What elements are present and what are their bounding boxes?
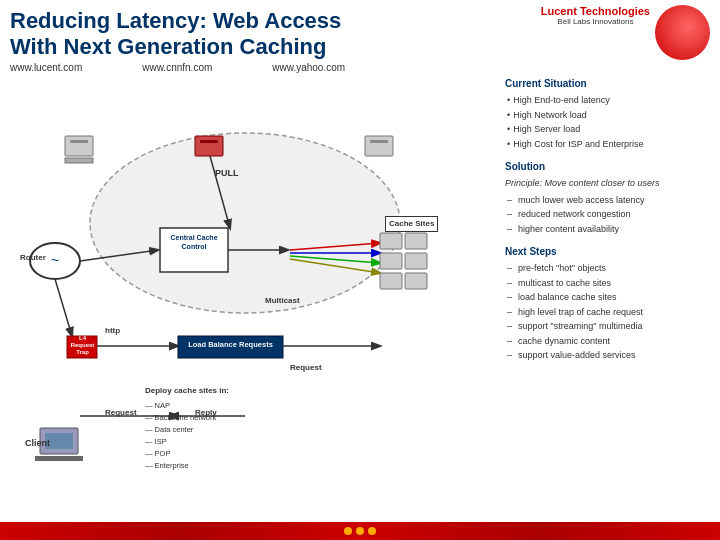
svg-text:~: ~ <box>51 252 59 268</box>
title-line2: With Next Generation Caching <box>10 34 345 60</box>
svg-rect-21 <box>405 273 427 289</box>
http-label: http <box>105 326 120 335</box>
ns-bullet-1: – multicast to cache sites <box>507 277 715 291</box>
solution-title: Solution <box>505 159 715 174</box>
sol-bullet-2: – higher content availability <box>507 223 715 237</box>
deploy-item-4: — POP <box>145 448 229 460</box>
router-label: Router <box>20 253 46 262</box>
deploy-item-3: — ISP <box>145 436 229 448</box>
cache-sites-label: Cache Sites <box>385 216 438 232</box>
bottom-bar <box>0 522 720 540</box>
diagram-area: ~ <box>10 68 490 468</box>
request-bottom-label: Request <box>105 408 137 417</box>
svg-point-0 <box>90 133 400 313</box>
pull-label: PULL <box>215 168 239 178</box>
bottom-dot-2 <box>356 527 364 535</box>
deploy-item-0: — NAP <box>145 400 229 412</box>
svg-line-22 <box>80 250 158 261</box>
current-situation-title: Current Situation <box>505 76 715 91</box>
svg-rect-3 <box>65 158 93 163</box>
bottom-dot-3 <box>368 527 376 535</box>
lucent-logo: Lucent Technologies Bell Labs Innovation… <box>541 5 710 26</box>
svg-rect-7 <box>370 140 388 143</box>
cs-bullet-2: • High Server load <box>507 123 715 137</box>
sol-bullet-1: – reduced network congestion <box>507 208 715 222</box>
svg-line-15 <box>290 259 380 273</box>
current-situation-content: • High End-to-end latency • High Network… <box>505 94 715 151</box>
header: Reducing Latency: Web Access With Next G… <box>10 8 345 73</box>
svg-line-23 <box>55 279 72 336</box>
l4-trap-label: L4 Request Trap <box>68 335 97 357</box>
cs-bullet-1: • High Network load <box>507 109 715 123</box>
svg-rect-4 <box>195 136 223 156</box>
diagram-svg: ~ <box>10 68 490 468</box>
svg-rect-1 <box>65 136 93 156</box>
load-balance-label: Load Balance Requests <box>179 340 282 349</box>
svg-rect-18 <box>380 253 402 269</box>
solution-content: – much lower web access latency – reduce… <box>505 194 715 237</box>
next-steps-content: – pre-fetch "hot" objects – multicast to… <box>505 262 715 363</box>
svg-line-11 <box>210 156 230 228</box>
cs-bullet-0: • High End-to-end latency <box>507 94 715 108</box>
lucent-name: Lucent Technologies <box>541 5 650 17</box>
svg-rect-32 <box>35 456 83 461</box>
ns-bullet-5: – cache dynamic content <box>507 335 715 349</box>
lucent-sub: Bell Labs Innovations <box>541 17 650 26</box>
lucent-circle-icon <box>655 5 710 60</box>
next-steps-title: Next Steps <box>505 244 715 259</box>
ns-bullet-3: – high level trap of cache request <box>507 306 715 320</box>
sol-bullet-0: – much lower web access latency <box>507 194 715 208</box>
right-panel: Current Situation • High End-to-end late… <box>505 68 715 364</box>
request-diagram-label: Request <box>290 363 322 372</box>
client-label: Client <box>25 438 50 448</box>
title-line1: Reducing Latency: Web Access <box>10 8 345 34</box>
ns-bullet-0: – pre-fetch "hot" objects <box>507 262 715 276</box>
cache-control-label: Central Cache Control <box>161 233 227 251</box>
ns-bullet-4: – support "streaming" multimedia <box>507 320 715 334</box>
svg-line-12 <box>290 243 380 250</box>
svg-rect-16 <box>380 233 402 249</box>
svg-rect-20 <box>380 273 402 289</box>
cs-bullet-3: • High Cost for ISP and Enterprise <box>507 138 715 152</box>
ns-bullet-6: – support value-added services <box>507 349 715 363</box>
svg-rect-6 <box>365 136 393 156</box>
solution-subtitle: Principle: Move content closer to users <box>505 177 715 191</box>
svg-rect-17 <box>405 233 427 249</box>
ns-bullet-2: – load balance cache sites <box>507 291 715 305</box>
deploy-list: Deploy cache sites in: — NAP — Backbone … <box>145 385 229 472</box>
deploy-item-1: — Backbone network <box>145 412 229 424</box>
multicast-label: Multicast <box>265 296 300 305</box>
bottom-dot-1 <box>344 527 352 535</box>
deploy-title: Deploy cache sites in: <box>145 385 229 398</box>
svg-rect-2 <box>70 140 88 143</box>
deploy-item-5: — Enterprise <box>145 460 229 472</box>
svg-rect-5 <box>200 140 218 143</box>
svg-rect-19 <box>405 253 427 269</box>
svg-line-14 <box>290 256 380 263</box>
deploy-item-2: — Data center <box>145 424 229 436</box>
bottom-bar-dots <box>344 527 376 535</box>
